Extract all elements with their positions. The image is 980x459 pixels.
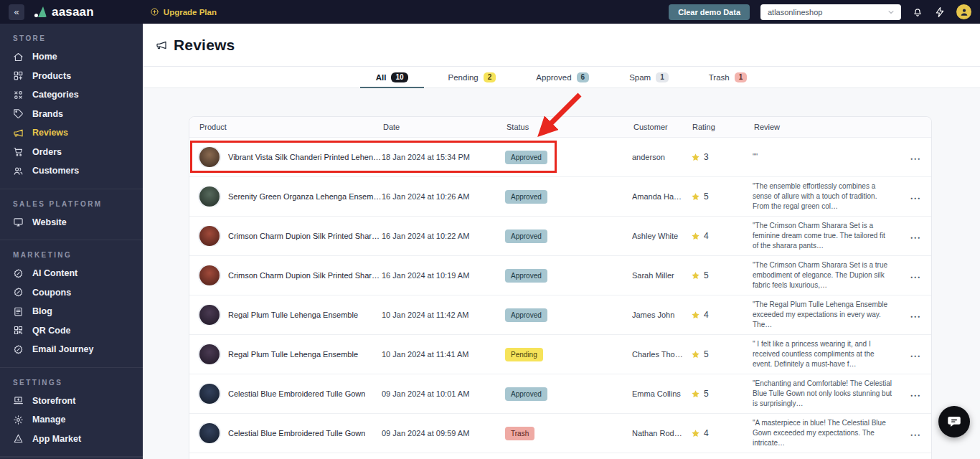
clear-demo-data-button[interactable]: Clear demo Data	[669, 4, 750, 20]
date-cell: 16 Jan 2024 at 10:22 AM	[382, 232, 505, 240]
sidebar-item-reviews[interactable]: Reviews	[0, 123, 143, 143]
tab-pending[interactable]: Pending2	[430, 67, 515, 87]
app-market-icon	[13, 433, 24, 444]
row-actions-button[interactable]: ●●●	[910, 275, 921, 279]
page-body: ProductDateStatusCustomerRatingReview Vi…	[143, 88, 980, 459]
table-row[interactable]: Regal Plum Tulle Lehenga Ensemble10 Jan …	[189, 295, 931, 335]
product-image	[199, 305, 220, 325]
sidebar-item-blog[interactable]: Blog	[0, 302, 143, 321]
column-header-customer: Customer	[632, 123, 691, 131]
product-name: Regal Plum Tulle Lehenga Ensemble	[228, 350, 358, 359]
customer-cell: anderson	[632, 153, 691, 161]
store-selector[interactable]: atlasonlineshop	[760, 4, 901, 20]
sidebar-item-products[interactable]: Products	[0, 67, 143, 86]
orders-icon	[13, 146, 24, 157]
product-image	[199, 384, 220, 404]
product-name: Vibrant Vista Silk Chanderi Printed Lehe…	[228, 153, 382, 161]
sidebar-item-label: Reviews	[32, 128, 68, 138]
aasaan-logo-icon	[34, 6, 47, 17]
status-badge: Approved	[505, 387, 547, 401]
rating-value: 5	[704, 349, 709, 359]
status-badge: Approved	[505, 151, 547, 164]
sidebar-item-storefront[interactable]: Storefront	[0, 392, 143, 411]
person-icon	[959, 7, 969, 17]
tab-all[interactable]: All10	[357, 67, 427, 87]
table-row[interactable]: Vibrant Vista Silk Chanderi Printed Lehe…	[189, 138, 931, 177]
actions-cell: ●●●	[907, 311, 931, 319]
rating-cell: 4	[691, 310, 753, 320]
row-actions-button[interactable]: ●●●	[910, 156, 921, 161]
customer-cell: James John	[632, 311, 691, 319]
app-logo[interactable]: aasaan	[34, 5, 94, 19]
rating-cell: 4	[691, 231, 753, 241]
table-row[interactable]: Regal Plum Tulle Lehenga Ensemble10 Jan …	[189, 335, 931, 374]
status-cell: Approved	[505, 308, 632, 322]
notifications-bell-icon[interactable]	[912, 6, 923, 18]
sidebar-item-email-journey[interactable]: Email Journey	[0, 340, 143, 359]
column-header-date: Date	[382, 123, 505, 131]
actions-cell: ●●●	[907, 429, 931, 437]
row-actions-button[interactable]: ●●●	[910, 354, 921, 358]
date-cell: 16 Jan 2024 at 10:26 AM	[382, 192, 505, 201]
star-icon	[691, 350, 700, 359]
sidebar-item-app-market[interactable]: App Market	[0, 430, 143, 449]
date-cell: 10 Jan 2024 at 11:42 AM	[382, 311, 505, 319]
upgrade-plan-link[interactable]: Upgrade Plan	[150, 7, 217, 16]
table-row[interactable]: Crimson Charm Dupion Silk Printed Sharar…	[189, 256, 931, 295]
page-header: Reviews	[143, 24, 980, 67]
tab-spam[interactable]: Spam1	[611, 67, 687, 87]
activity-bolt-icon[interactable]	[934, 6, 946, 18]
sidebar-item-manage[interactable]: Manage	[0, 410, 143, 430]
row-actions-button[interactable]: ●●●	[910, 314, 921, 318]
table-row[interactable]: Celestial Blue Embroidered Tulle Gown09 …	[189, 414, 931, 453]
chat-launcher-button[interactable]	[938, 406, 970, 437]
sidebar-collapse-button[interactable]: «	[9, 4, 24, 20]
customer-cell: Ashley White	[632, 232, 691, 240]
rating-cell: 5	[691, 349, 753, 359]
ai-content-icon	[13, 268, 24, 279]
table-row[interactable]: Serenity Green Organza Lehenga Ensemble1…	[189, 177, 931, 217]
tab-count-badge: 6	[577, 72, 590, 82]
status-cell: Approved	[505, 387, 632, 401]
row-actions-button[interactable]: ●●●	[910, 393, 921, 397]
sidebar-section-settings: SETTINGSStorefrontManageApp Market	[0, 368, 143, 458]
customer-cell: Amanda Ha…	[632, 192, 691, 201]
table-row[interactable]: Crimson Charm Dupion Silk Printed Sharar…	[189, 217, 931, 256]
review-cell: "The Crimson Charm Sharara Set is a true…	[753, 260, 907, 290]
row-actions-button[interactable]: ●●●	[910, 235, 921, 240]
sidebar-section-heading: STORE	[0, 34, 143, 42]
sidebar-item-home[interactable]: Home	[0, 47, 143, 67]
sidebar-item-label: Manage	[32, 415, 66, 425]
sidebar-item-ai-content[interactable]: AI Content	[0, 264, 143, 283]
review-cell: "A masterpiece in blue! The Celestial Bl…	[753, 418, 907, 448]
sidebar-section-heading: SALES PLATFORM	[0, 200, 143, 208]
tab-count-badge: 1	[656, 72, 669, 82]
sidebar-item-categories[interactable]: Categories	[0, 85, 143, 105]
star-icon	[691, 311, 700, 320]
status-cell: Pending	[505, 348, 632, 361]
product-image	[199, 344, 220, 364]
sidebar-item-website[interactable]: Website	[0, 213, 143, 232]
star-icon	[691, 429, 700, 438]
product-cell: Celestial Blue Embroidered Tulle Gown	[189, 384, 382, 404]
row-actions-button[interactable]: ●●●	[910, 196, 921, 200]
sidebar-item-qr-code[interactable]: QR Code	[0, 321, 143, 341]
sidebar-item-orders[interactable]: Orders	[0, 143, 143, 162]
row-actions-button[interactable]: ●●●	[910, 432, 921, 437]
rating-value: 5	[704, 270, 709, 280]
rating-value: 3	[704, 152, 709, 162]
star-icon	[691, 153, 700, 162]
table-row[interactable]: Pending"The epitome of grace! Wearing th…	[189, 453, 931, 459]
sidebar-item-customers[interactable]: Customers	[0, 161, 143, 181]
tab-approved[interactable]: Approved6	[517, 67, 608, 87]
sidebar: STOREHomeProductsCategoriesBrandsReviews…	[0, 24, 143, 459]
table-row[interactable]: Celestial Blue Embroidered Tulle Gown09 …	[189, 374, 931, 414]
actions-cell: ●●●	[907, 350, 931, 359]
product-name: Crimson Charm Dupion Silk Printed Sharar…	[228, 271, 382, 280]
user-avatar[interactable]	[956, 4, 971, 19]
tab-trash[interactable]: Trash1	[690, 67, 766, 87]
sidebar-item-brands[interactable]: Brands	[0, 105, 143, 124]
sidebar-item-label: QR Code	[32, 326, 70, 336]
product-name: Crimson Charm Dupion Silk Printed Sharar…	[228, 232, 382, 240]
sidebar-item-coupons[interactable]: Coupons	[0, 283, 143, 303]
